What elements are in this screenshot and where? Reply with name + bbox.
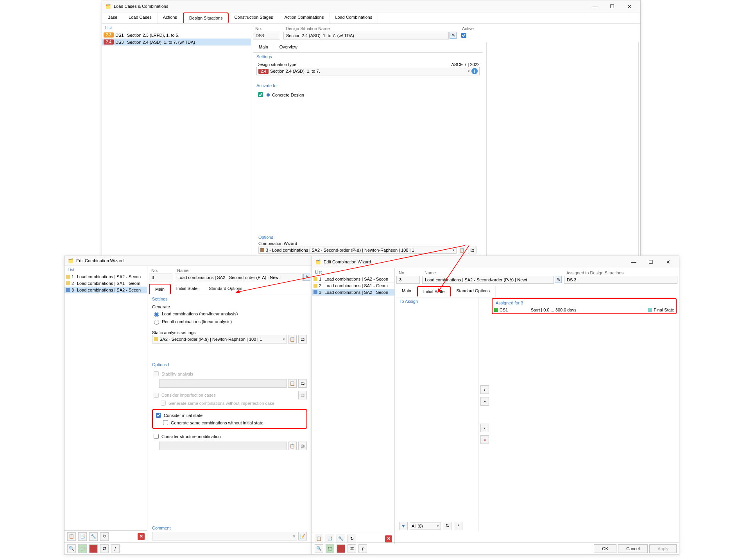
sort-icon[interactable]: ⇅ xyxy=(443,522,451,530)
ew2-row-2[interactable]: 2 Load combinations | SA1 - Geom xyxy=(312,283,394,289)
tool-d-icon[interactable]: ƒ xyxy=(111,544,120,553)
edit-icon[interactable]: ✎ xyxy=(303,274,310,281)
new-icon[interactable]: 📋 xyxy=(67,532,76,541)
ew1-tab-initial[interactable]: Initial State xyxy=(171,284,203,295)
edit-icon[interactable]: ✎ xyxy=(555,276,562,283)
badge-ds3: 2.4 xyxy=(104,39,114,45)
ew1-detail: No. Name ✎ Main Initial State Standard O… xyxy=(147,266,312,542)
filter-dropdown[interactable]: All (0) ▾ xyxy=(410,522,441,530)
minimize-button[interactable]: — xyxy=(587,2,603,11)
struct-mod-checkbox[interactable] xyxy=(154,434,159,439)
imperf-edit-icon[interactable]: 🗂 xyxy=(298,391,307,399)
comment-dropdown[interactable]: ▾ xyxy=(152,532,297,540)
ew2-name-label: Name xyxy=(422,270,562,276)
tool-a-icon[interactable]: ⬚ xyxy=(78,544,87,553)
move-all-right-icon[interactable]: » xyxy=(480,397,489,406)
close-button[interactable]: ✕ xyxy=(660,258,676,266)
tool2-icon[interactable]: ↻ xyxy=(100,532,109,541)
delete-icon[interactable]: ✕ xyxy=(385,535,392,542)
ew1-tab-standard[interactable]: Standard Options xyxy=(203,284,248,295)
tool-c-icon[interactable]: ⇄ xyxy=(348,544,356,553)
tool-icon[interactable]: 🔧 xyxy=(89,532,98,541)
initial-state-checkbox[interactable] xyxy=(156,413,161,418)
copy-icon[interactable]: 📑 xyxy=(78,532,87,541)
ew1-row-1[interactable]: 1 Load combinations | SA2 - Secon xyxy=(64,274,147,280)
ok-button[interactable]: OK xyxy=(594,544,616,553)
initial-state-sub-row[interactable]: Generate same combinations without initi… xyxy=(161,419,305,426)
combo-edit-icon[interactable]: 🗂 xyxy=(468,246,477,254)
edit-name-icon[interactable]: ✎ xyxy=(450,32,457,39)
tool2-icon[interactable]: ↻ xyxy=(348,535,356,543)
ew2-tab-standard[interactable]: Standard Options xyxy=(451,286,496,297)
struct-mod-dropdown xyxy=(159,442,287,450)
delete-icon[interactable]: ✕ xyxy=(138,533,145,540)
cancel-button[interactable]: Cancel xyxy=(618,544,648,553)
assigned-input[interactable] xyxy=(564,276,677,284)
radio-nonlinear[interactable] xyxy=(154,312,159,317)
generate-opt2[interactable]: Result combinations (linear analysis) xyxy=(152,318,307,325)
ew2-row-1[interactable]: 1 Load combinations | SA2 - Secon xyxy=(312,276,394,283)
edit2-icon[interactable]: 🗂 xyxy=(298,335,307,344)
combo-wizard-dropdown[interactable]: 3 - Load combinations | SA2 - Second-ord… xyxy=(258,247,457,254)
filter-icon[interactable]: ▼ xyxy=(399,522,408,530)
tool-d-icon[interactable]: ƒ xyxy=(358,544,367,553)
name-input[interactable] xyxy=(283,32,449,39)
list-row-ds3[interactable]: 2.4 DS3 Section 2.4 (ASD), 1. to 7. (w/ … xyxy=(102,39,251,46)
ew2-no-input[interactable] xyxy=(396,276,420,284)
subtab-overview[interactable]: Overview xyxy=(274,42,303,52)
no-input[interactable] xyxy=(253,32,280,39)
ew2-name-input[interactable] xyxy=(422,276,554,284)
initial-state-row[interactable]: Consider initial state xyxy=(154,412,305,419)
tool-c-icon[interactable]: ⇄ xyxy=(100,544,109,553)
generate-opt1[interactable]: Load combinations (non-linear analysis) xyxy=(152,311,307,317)
tab-base[interactable]: Base xyxy=(102,13,123,23)
combo-new-icon[interactable]: 📋 xyxy=(458,246,466,254)
ew2-row-3[interactable]: 3 Load combinations | SA2 - Secon xyxy=(312,289,394,296)
list-row-ds1[interactable]: 2.3 DS1 Section 2.3 (LRFD), 1. to 5. xyxy=(102,32,251,39)
active-checkbox[interactable] xyxy=(461,33,466,38)
search-icon[interactable]: 🔍 xyxy=(67,544,76,553)
maximize-button[interactable]: ☐ xyxy=(643,258,659,266)
subtab-main[interactable]: Main xyxy=(253,42,274,52)
ew1-name-input[interactable] xyxy=(175,274,303,281)
move-all-left-icon[interactable]: « xyxy=(480,435,489,444)
move-left-icon[interactable]: ‹ xyxy=(480,424,489,432)
radio-linear[interactable] xyxy=(154,320,159,325)
assigned-row-cs1[interactable]: CS1 Start | 0.0 ... 300.0 days Final Sta… xyxy=(493,307,676,313)
move-right-icon[interactable]: › xyxy=(480,385,489,394)
minimize-button[interactable]: — xyxy=(626,258,641,266)
activate-for-header: Activate for xyxy=(253,82,483,89)
ew2-tab-initial[interactable]: Initial State xyxy=(417,286,451,297)
options-header: Options xyxy=(255,233,480,241)
tool-b-icon[interactable] xyxy=(89,544,98,553)
tool-icon[interactable]: 🔧 xyxy=(337,535,345,543)
ew1-no-input[interactable] xyxy=(149,274,172,281)
ew1-tab-main[interactable]: Main xyxy=(149,284,171,295)
maximize-button[interactable]: ☐ xyxy=(604,2,620,11)
tab-actions[interactable]: Actions xyxy=(158,13,183,23)
comment-edit-icon[interactable]: 📝 xyxy=(298,532,307,540)
initial-state-sub-checkbox[interactable] xyxy=(163,420,168,425)
copy-icon[interactable]: 📑 xyxy=(326,535,334,543)
ew2-tab-main[interactable]: Main xyxy=(396,286,417,297)
new-icon[interactable]: 📋 xyxy=(315,535,323,543)
search-icon[interactable]: 🔍 xyxy=(315,544,323,553)
new-icon[interactable]: 📋 xyxy=(288,335,297,344)
ew1-row-2[interactable]: 2 Load combinations | SA1 - Geom xyxy=(64,280,147,287)
tool-a-icon[interactable]: ⬚ xyxy=(326,544,334,553)
tab-load-combinations[interactable]: Load Combinations xyxy=(330,13,378,23)
static-dropdown[interactable]: SA2 - Second-order (P-Δ) | Newton-Raphso… xyxy=(152,335,287,344)
design-sit-dropdown[interactable]: 2.4 Section 2.4 (ASD), 1. to 7. ▾ i xyxy=(256,67,480,75)
tab-load-cases[interactable]: Load Cases xyxy=(123,13,158,23)
info-icon[interactable]: i xyxy=(471,68,478,74)
apply-button[interactable]: Apply xyxy=(649,544,677,553)
tab-action-combinations[interactable]: Action Combinations xyxy=(279,13,330,23)
tab-design-situations[interactable]: Design Situations xyxy=(183,13,229,23)
close-button[interactable]: ✕ xyxy=(622,2,637,11)
tool-b-icon[interactable] xyxy=(337,544,345,553)
ew1-row-3[interactable]: 3 Load combinations | SA2 - Secon xyxy=(64,287,147,293)
tab-construction-stages[interactable]: Construction Stages xyxy=(229,13,279,23)
concrete-design-checkbox[interactable] xyxy=(258,92,263,97)
more-icon[interactable]: ⋮ xyxy=(454,522,462,530)
struct-mod-row[interactable]: Consider structure modification xyxy=(152,433,307,440)
